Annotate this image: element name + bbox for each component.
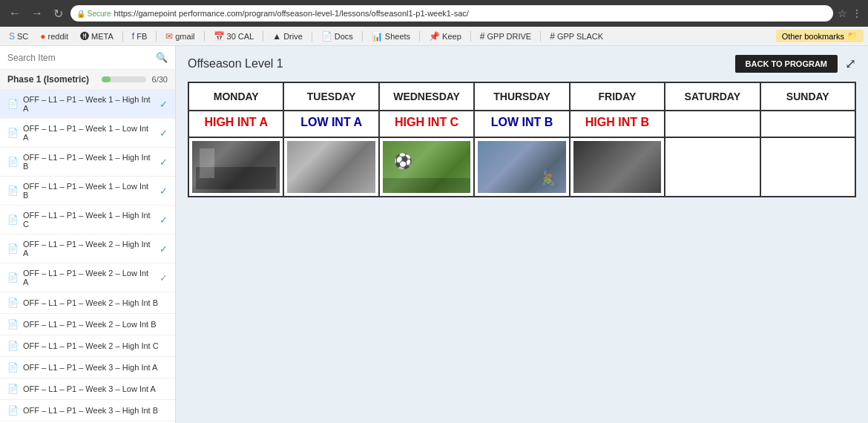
bookmark-sc[interactable]: S SC	[4, 30, 33, 43]
star-icon[interactable]: ☆	[838, 7, 847, 19]
day-intensity-label: HIGH INT A	[192, 116, 280, 129]
bookmark-drive[interactable]: ▲ Drive	[268, 30, 307, 43]
lesson-icon: 📄	[7, 362, 19, 373]
sidebar-item-label: OFF – L1 – P1 – Week 1 – High Int B	[23, 153, 155, 171]
bookmark-gppslack[interactable]: # GPP SLACK	[545, 30, 608, 43]
calendar-day-label-cell[interactable]: LOW INT B	[474, 111, 569, 137]
bookmark-separator2	[156, 31, 157, 42]
bookmark-gmail[interactable]: ✉ gmail	[161, 30, 199, 43]
calendar-day-thumb-cell[interactable]: 🚴	[474, 137, 569, 197]
bookmark-sheets-label: Sheets	[385, 32, 410, 41]
calendar-day-label-cell[interactable]	[760, 111, 855, 137]
sidebar-item[interactable]: 📄 OFF – L1 – P1 – Week 1 – High Int C ✓	[0, 206, 175, 235]
sc-icon: S	[9, 31, 15, 42]
sidebar-item[interactable]: 📄 OFF – L1 – P1 – Week 1 – High Int B ✓	[0, 148, 175, 177]
calendar-day-label-cell[interactable]	[665, 111, 760, 137]
calendar-day-thumb-cell[interactable]: ⚽	[379, 137, 474, 197]
calendar-day-thumb-cell[interactable]	[665, 137, 760, 197]
bookmark-reddit[interactable]: ● reddit	[36, 30, 73, 43]
expand-button[interactable]: ⤢	[845, 56, 856, 72]
calendar-day-thumb-cell[interactable]	[188, 137, 283, 197]
nav-back-button[interactable]: ←	[6, 5, 24, 22]
calendar-day-label-cell[interactable]: LOW INT A	[283, 111, 378, 137]
nav-refresh-button[interactable]: ↻	[50, 5, 66, 22]
sidebar-list: 📄 OFF – L1 – P1 – Week 1 – High Int A ✓ …	[0, 90, 175, 423]
bookmark-drive-label: Drive	[283, 32, 303, 41]
check-icon: ✓	[160, 214, 168, 226]
bookmark-sheets[interactable]: 📊 Sheets	[367, 30, 415, 43]
back-to-program-button[interactable]: BACK TO PROGRAM	[735, 55, 838, 73]
calendar-thumb-row: ⚽🚴	[188, 137, 855, 197]
bookmark-cal[interactable]: 📅 30 CAL	[209, 30, 259, 43]
bookmark-keep[interactable]: 📌 Keep	[424, 30, 466, 43]
lesson-icon: 📄	[7, 99, 19, 109]
menu-icon[interactable]: ⋮	[852, 7, 862, 19]
docs-icon: 📄	[321, 31, 332, 42]
day-intensity-label: LOW INT A	[287, 116, 375, 129]
sidebar-item[interactable]: 📄 OFF – L1 – P1 – Week 2 – High Int A ✓	[0, 235, 175, 263]
phase-header: Phase 1 (Isometric) 6/30	[0, 70, 175, 90]
browser-chrome: ← → ↻ 🔒 Secure https://gamepoint perform…	[0, 0, 868, 27]
cal-icon: 📅	[214, 31, 225, 42]
calendar-day-thumb-cell[interactable]	[570, 137, 665, 197]
calendar-day-header: THURSDAY	[474, 82, 569, 111]
calendar-day-label-cell[interactable]: HIGH INT C	[379, 111, 474, 137]
bookmark-meta[interactable]: 🅜 META	[76, 30, 118, 43]
check-icon: ✓	[160, 128, 168, 139]
sidebar-item-label: OFF – L1 – P1 – Week 2 – High Int B	[23, 298, 168, 307]
calendar-container: MONDAYTUESDAYWEDNESDAYTHURSDAYFRIDAYSATU…	[176, 82, 868, 423]
sidebar-item[interactable]: 📄 OFF – L1 – P1 – Week 3 – High Int B	[0, 400, 175, 422]
sidebar-item[interactable]: 📄 OFF – L1 – P1 – Week 2 – Low Int B	[0, 314, 175, 335]
sidebar-item[interactable]: 📄 OFF – L1 – P1 – Week 1 – High Int A ✓	[0, 90, 175, 119]
sidebar-item-label: OFF – L1 – P1 – Week 3 – Low Int A	[23, 384, 168, 393]
other-bookmarks-button[interactable]: Other bookmarks 📁	[776, 30, 864, 42]
bookmark-docs-label: Docs	[335, 32, 353, 41]
sidebar-item[interactable]: 📄 OFF – L1 – P1 – Week 3 – Low Int A	[0, 378, 175, 400]
calendar-day-thumb-cell[interactable]	[283, 137, 378, 197]
calendar-header-row: MONDAYTUESDAYWEDNESDAYTHURSDAYFRIDAYSATU…	[188, 82, 855, 111]
search-icon[interactable]: 🔍	[156, 52, 168, 63]
keep-icon: 📌	[429, 31, 440, 42]
search-input[interactable]	[7, 53, 151, 63]
sidebar-item[interactable]: 📄 OFF – L1 – P1 – Week 2 – Low Int A ✓	[0, 263, 175, 292]
bookmark-cal-label: 30 CAL	[227, 32, 254, 41]
gppdrive-icon: #	[480, 31, 485, 42]
sidebar-item[interactable]: 📄 OFF – L1 – P1 – Week 1 – Low Int B ✓	[0, 177, 175, 206]
bookmark-gppdrive-label: GPP DRIVE	[487, 32, 532, 41]
bookmark-separator6	[362, 31, 363, 42]
url-bar[interactable]: 🔒 Secure https://gamepoint performance.c…	[70, 5, 833, 22]
sidebar-item[interactable]: 📄 OFF – L1 – P1 – Week 2 – High Int B	[0, 292, 175, 314]
sidebar-item[interactable]: 📄 OFF – L1 – P1 – Week 2 – High Int C	[0, 335, 175, 357]
nav-forward-button[interactable]: →	[28, 5, 46, 22]
sidebar-item-label: OFF – L1 – P1 – Week 2 – Low Int A	[23, 269, 155, 286]
sidebar: 🔍 Phase 1 (Isometric) 6/30 📄 OFF – L1 – …	[0, 46, 176, 423]
sidebar-item[interactable]: 📄 OFF – L1 – P1 – Week 1 – Low Int A ✓	[0, 119, 175, 148]
day-intensity-label: HIGH INT C	[383, 116, 470, 129]
gppslack-icon: #	[550, 31, 555, 42]
sidebar-search-bar: 🔍	[0, 46, 175, 70]
calendar-day-label-cell[interactable]: HIGH INT A	[188, 111, 283, 137]
bookmark-sc-label: SC	[17, 32, 28, 41]
meta-icon: 🅜	[80, 31, 89, 42]
lesson-icon: 📄	[7, 128, 19, 138]
day-thumbnail	[573, 141, 661, 193]
calendar-day-label-cell[interactable]: HIGH INT B	[570, 111, 665, 137]
sidebar-item-label: OFF – L1 – P1 – Week 1 – High Int A	[23, 95, 155, 113]
sidebar-item-label: OFF – L1 – P1 – Week 1 – Low Int A	[23, 124, 155, 142]
fb-icon: f	[132, 31, 134, 42]
bookmark-reddit-label: reddit	[48, 32, 69, 41]
calendar-day-header: FRIDAY	[570, 82, 665, 111]
bookmark-gppdrive[interactable]: # GPP DRIVE	[476, 30, 536, 43]
gmail-icon: ✉	[165, 31, 173, 42]
page-title: Offseason Level 1	[188, 57, 728, 70]
calendar-table: MONDAYTUESDAYWEDNESDAYTHURSDAYFRIDAYSATU…	[188, 82, 856, 197]
calendar-day-thumb-cell[interactable]	[760, 137, 855, 197]
sidebar-item-label: OFF – L1 – P1 – Week 1 – High Int C	[23, 211, 155, 229]
bookmark-docs[interactable]: 📄 Docs	[317, 30, 358, 43]
calendar-label-row: HIGH INT ALOW INT AHIGH INT CLOW INT BHI…	[188, 111, 855, 137]
bookmark-fb[interactable]: f FB	[128, 30, 151, 43]
bookmark-separator7	[419, 31, 420, 42]
main-header: Offseason Level 1 BACK TO PROGRAM ⤢	[176, 46, 868, 82]
sidebar-item[interactable]: 📄 OFF – L1 – P1 – Week 3 – High Int A	[0, 357, 175, 378]
url-text: https://gamepoint performance.com/progra…	[114, 9, 468, 18]
